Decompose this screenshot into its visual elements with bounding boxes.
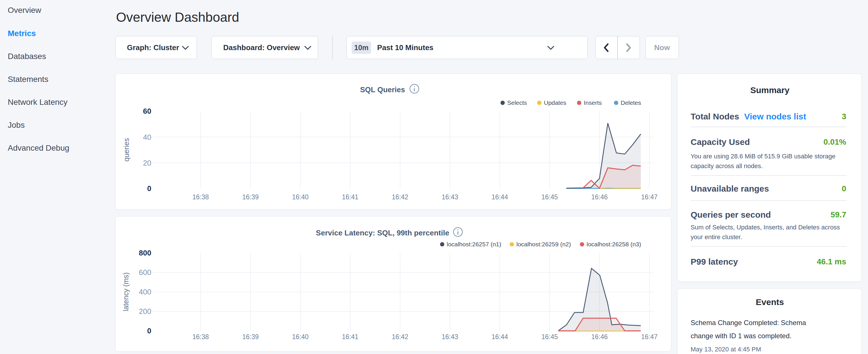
svg-text:localhost:26258 (n3): localhost:26258 (n3) [587,241,641,248]
svg-text:16:38: 16:38 [192,193,209,201]
svg-text:Updates: Updates [544,99,566,106]
svg-text:16:46: 16:46 [591,333,608,341]
svg-text:localhost:26257 (n1): localhost:26257 (n1) [447,241,501,248]
svg-text:16:42: 16:42 [392,193,408,201]
svg-text:Selects: Selects [507,99,527,106]
svg-text:Inserts: Inserts [584,99,602,106]
svg-text:latency (ms): latency (ms) [122,272,130,311]
svg-text:16:43: 16:43 [442,333,458,341]
svg-text:16:40: 16:40 [292,333,309,341]
svg-text:600: 600 [139,268,151,277]
svg-text:16:39: 16:39 [242,193,259,201]
svg-text:16:39: 16:39 [242,333,259,341]
svg-text:800: 800 [139,249,151,257]
svg-text:16:38: 16:38 [192,333,209,341]
svg-text:queries: queries [122,138,130,162]
svg-text:200: 200 [139,307,151,316]
svg-text:16:41: 16:41 [342,193,359,201]
svg-text:16:47: 16:47 [641,193,658,201]
svg-text:16:46: 16:46 [591,193,608,201]
svg-text:localhost:26259 (n2): localhost:26259 (n2) [517,241,571,248]
svg-text:40: 40 [143,133,151,141]
svg-text:Service Latency: SQL, 99th per: Service Latency: SQL, 99th percentile [316,229,449,237]
svg-text:0: 0 [147,184,151,193]
svg-text:16:47: 16:47 [641,333,658,341]
svg-text:400: 400 [139,288,151,296]
svg-text:60: 60 [143,107,151,116]
svg-text:16:40: 16:40 [292,193,309,201]
svg-text:20: 20 [143,159,151,167]
svg-text:16:42: 16:42 [392,333,408,341]
svg-text:16:44: 16:44 [492,193,508,201]
svg-text:Deletes: Deletes [621,99,641,106]
svg-text:16:43: 16:43 [442,193,458,201]
svg-text:16:45: 16:45 [541,333,558,341]
svg-text:SQL Queries: SQL Queries [360,85,405,94]
svg-text:16:41: 16:41 [342,333,359,341]
svg-text:0: 0 [147,326,151,335]
svg-text:16:45: 16:45 [541,193,558,201]
svg-text:16:44: 16:44 [492,333,508,341]
